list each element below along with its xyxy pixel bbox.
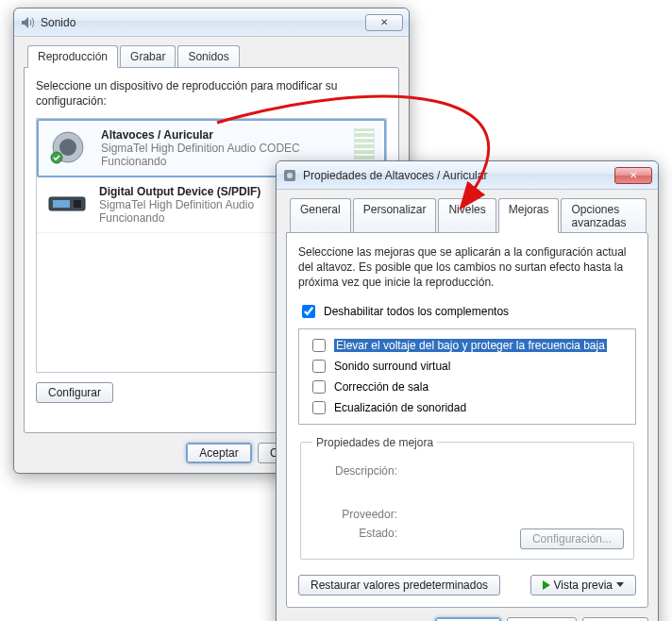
enhancement-label: Elevar el voltaje del bajo y proteger la…: [334, 339, 607, 352]
device-name: Altavoces / Auricular: [101, 128, 346, 142]
enhancement-item[interactable]: Ecualización de sonoridad: [307, 397, 628, 418]
enhancement-checkbox[interactable]: [312, 360, 326, 373]
disable-all-input[interactable]: [302, 305, 315, 318]
speaker-icon: [20, 15, 35, 30]
tab-custom[interactable]: Personalizar: [353, 198, 437, 233]
enhancement-label: Sonido surround virtual: [334, 360, 450, 373]
tab-playback[interactable]: Reproducción: [27, 45, 118, 68]
enhancement-checkbox[interactable]: [312, 401, 326, 414]
tab-general[interactable]: General: [290, 198, 351, 233]
cancel-button[interactable]: Cancelar: [507, 617, 577, 621]
apply-button[interactable]: Aplicar: [582, 617, 648, 621]
device-sub: SigmaTel High Definition Audio CODEC: [101, 142, 346, 155]
accept-button[interactable]: Aceptar: [435, 617, 501, 621]
preview-label: Vista previa: [554, 579, 613, 592]
enhancement-checkbox[interactable]: [312, 380, 326, 394]
spdif-device-icon: [46, 185, 90, 223]
enhancements-panel: Seleccione las mejoras que se aplicarán …: [286, 232, 648, 608]
props-dialog-buttons: Aceptar Cancelar Aplicar: [286, 608, 648, 621]
play-icon: [543, 580, 550, 590]
disable-all-label: Deshabilitar todos los complementos: [324, 305, 509, 318]
svg-rect-4: [53, 200, 70, 208]
preview-button[interactable]: Vista previa: [530, 575, 636, 596]
enhancements-list[interactable]: Elevar el voltaje del bajo y proteger la…: [298, 328, 636, 425]
tab-enhancements[interactable]: Mejoras: [498, 198, 560, 233]
speaker-icon: [282, 168, 297, 183]
tab-record[interactable]: Grabar: [120, 45, 176, 68]
accept-button[interactable]: Aceptar: [186, 443, 252, 463]
enhancement-properties-group: Propiedades de mejora Descripción: Prove…: [300, 436, 634, 560]
provider-label: Proveedor:: [312, 508, 397, 521]
svg-point-7: [287, 173, 293, 178]
group-title: Propiedades de mejora: [312, 436, 437, 449]
sound-instruction: Seleccione un dispositivo de reproducció…: [36, 79, 387, 109]
sound-titlebar[interactable]: Sonido ✕: [14, 8, 409, 37]
props-titlebar[interactable]: Propiedades de Altavoces / Auricular ✕: [277, 161, 658, 190]
props-title: Propiedades de Altavoces / Auricular: [303, 169, 611, 182]
state-label: Estado:: [312, 527, 397, 540]
tab-levels[interactable]: Niveles: [438, 198, 496, 233]
disable-all-checkbox[interactable]: Deshabilitar todos los complementos: [298, 302, 636, 321]
speaker-device-icon: [48, 128, 92, 166]
sound-tabs: Reproducción Grabar Sonidos: [24, 45, 399, 68]
settings-button[interactable]: Configuración...: [520, 529, 624, 549]
enhancement-item[interactable]: Sonido surround virtual: [307, 356, 628, 377]
sound-title: Sonido: [41, 16, 361, 29]
enhancement-item[interactable]: Corrección de sala: [307, 377, 628, 397]
close-icon[interactable]: ✕: [365, 14, 403, 31]
chevron-down-icon: [616, 582, 624, 587]
tab-advanced[interactable]: Opciones avanzadas: [561, 198, 647, 233]
desc-label: Descripción:: [312, 464, 397, 478]
svg-rect-5: [74, 200, 81, 208]
configure-button[interactable]: Configurar: [36, 382, 113, 403]
restore-defaults-button[interactable]: Restaurar valores predeterminados: [298, 575, 500, 596]
tab-sounds[interactable]: Sonidos: [177, 45, 239, 68]
enhancement-label: Corrección de sala: [334, 380, 428, 394]
close-icon[interactable]: ✕: [614, 167, 652, 184]
enhancement-label: Ecualización de sonoridad: [334, 401, 466, 414]
enhancement-checkbox[interactable]: [312, 339, 326, 352]
props-tabs: General Personalizar Niveles Mejoras Opc…: [286, 198, 648, 233]
enhancements-intro: Seleccione las mejoras que se aplicarán …: [298, 244, 636, 291]
enhancement-item[interactable]: Elevar el voltaje del bajo y proteger la…: [307, 335, 628, 356]
svg-point-1: [59, 139, 76, 156]
properties-dialog: Propiedades de Altavoces / Auricular ✕ G…: [276, 160, 659, 621]
